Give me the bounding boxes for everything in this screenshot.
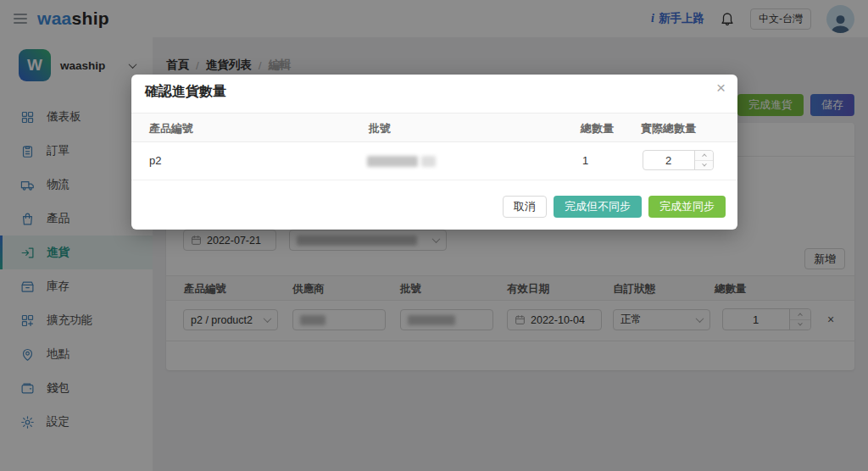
app-screen: waaship i 新手上路 中文-台灣 xyxy=(0,0,868,471)
redacted-text xyxy=(367,156,418,167)
modal-overlay[interactable] xyxy=(0,0,868,471)
stepper-up-button[interactable] xyxy=(695,151,713,160)
confirm-quantity-modal: 確認進貨數量 × 產品編號 批號 總數量 實際總數量 p2 1 取消 完成但不同… xyxy=(131,75,737,230)
stepper-buttons xyxy=(694,151,713,169)
close-icon[interactable]: × xyxy=(716,80,726,96)
redacted-text xyxy=(421,156,436,167)
column-header-total: 總數量 xyxy=(581,114,614,143)
column-header-batch: 批號 xyxy=(369,114,391,143)
modal-footer: 取消 完成但不同步 完成並同步 xyxy=(503,196,726,218)
stepper-down-button[interactable] xyxy=(695,160,713,170)
column-header-product: 產品編號 xyxy=(149,114,193,143)
column-header-actual-total: 實際總數量 xyxy=(641,114,696,143)
complete-no-sync-button[interactable]: 完成但不同步 xyxy=(554,196,642,218)
modal-row-product: p2 xyxy=(149,154,161,167)
complete-sync-button[interactable]: 完成並同步 xyxy=(648,196,726,218)
cancel-button[interactable]: 取消 xyxy=(503,196,547,218)
chevron-down-icon xyxy=(702,162,707,167)
actual-quantity-stepper xyxy=(643,150,714,170)
modal-row-total: 1 xyxy=(582,154,588,167)
modal-row-divider xyxy=(131,180,737,180)
chevron-up-icon xyxy=(702,154,707,159)
actual-quantity-input[interactable] xyxy=(643,151,693,169)
modal-title: 確認進貨數量 xyxy=(145,83,226,101)
modal-table-header: 產品編號 批號 總數量 實際總數量 xyxy=(131,113,737,142)
